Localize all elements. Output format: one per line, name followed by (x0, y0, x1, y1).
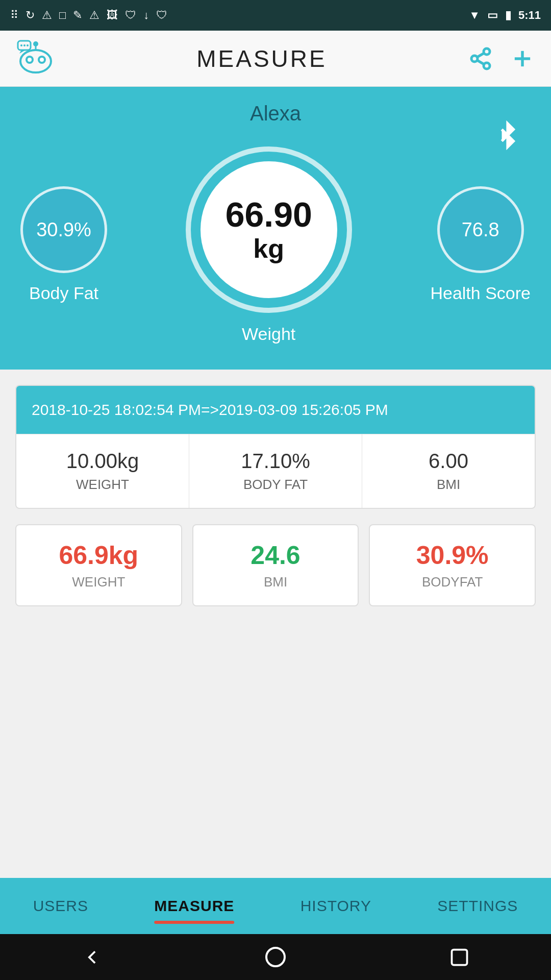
share-button[interactable] (467, 45, 494, 72)
stat-card-bodyfat: 30.9% BODYFAT (369, 524, 536, 606)
bodyfat-delta-value: 17.10% (241, 450, 310, 473)
stats-row: 66.9kg WEIGHT 24.6 BMI 30.9% BODYFAT (15, 524, 536, 606)
shield2-icon: 🛡 (156, 9, 167, 22)
svg-point-4 (40, 58, 44, 62)
svg-point-10 (23, 44, 26, 46)
nav-measure-label: MEASURE (154, 897, 234, 915)
app-bar-actions (467, 45, 536, 72)
stat-bodyfat-label: BODYFAT (422, 574, 483, 590)
nav-active-indicator (154, 921, 235, 924)
add-button[interactable] (509, 45, 536, 72)
svg-point-3 (28, 58, 32, 62)
svg-point-0 (20, 50, 51, 72)
svg-point-22 (266, 948, 285, 966)
back-button[interactable] (74, 939, 110, 975)
health-score-value: 76.8 (462, 219, 499, 241)
svg-point-11 (27, 44, 29, 46)
svg-rect-23 (452, 949, 467, 965)
body-fat-circle: 30.9% (20, 186, 107, 273)
app-logo (15, 38, 56, 79)
status-icons-left: ⠿ ↻ ⚠ □ ✎ ⚠ 🖼 🛡 ↓ 🛡 (10, 9, 167, 22)
nav-history[interactable]: HISTORY (290, 892, 382, 920)
metrics-row: 30.9% Body Fat 66.90 kg Weigh (20, 145, 531, 344)
hero-section: Alexa 30.9% Body Fat (0, 87, 551, 370)
svg-line-15 (477, 60, 484, 64)
warning2-icon: ⚠ (89, 9, 99, 22)
bmi-delta-value: 6.00 (429, 450, 468, 473)
wifi-icon: ▼ (469, 9, 480, 22)
body-fat-label: Body Fat (29, 283, 98, 303)
data-cell-bmi: 6.00 BMI (362, 434, 535, 508)
app-bar: MEASURE (0, 31, 551, 87)
health-score-label: Health Score (430, 283, 531, 303)
recents-button[interactable] (441, 939, 477, 975)
bluetooth-icon (495, 117, 520, 160)
weight-label: Weight (242, 324, 295, 344)
home-button[interactable] (258, 939, 293, 975)
body-fat-metric: 30.9% Body Fat (20, 186, 107, 303)
stat-weight-label: WEIGHT (72, 574, 125, 590)
weight-delta-value: 10.00kg (66, 450, 139, 473)
bottom-nav: USERS MEASURE HISTORY SETTINGS (0, 878, 551, 934)
stat-bmi-label: BMI (264, 574, 287, 590)
stat-bmi-value: 24.6 (251, 541, 300, 570)
svg-point-14 (484, 63, 490, 69)
time-display: 5:11 (518, 9, 541, 22)
notification-icon: ⠿ (10, 9, 18, 22)
image-icon: 🖼 (107, 9, 118, 22)
svg-point-9 (20, 44, 22, 46)
bmi-delta-label: BMI (437, 477, 460, 493)
data-card: 2018-10-25 18:02:54 PM=>2019-03-09 15:26… (15, 385, 536, 509)
weight-circle-container: 66.90 kg (185, 145, 353, 314)
date-range: 2018-10-25 18:02:54 PM=>2019-03-09 15:26… (32, 401, 388, 418)
nav-settings-label: SETTINGS (437, 897, 518, 915)
square-icon: □ (59, 9, 66, 22)
sim-icon: ▭ (487, 9, 498, 22)
nav-users-label: USERS (33, 897, 88, 915)
data-section: 2018-10-25 18:02:54 PM=>2019-03-09 15:26… (0, 370, 551, 637)
bodyfat-delta-label: BODY FAT (243, 477, 308, 493)
nav-settings[interactable]: SETTINGS (427, 892, 528, 920)
weight-circle-content: 66.90 kg (226, 195, 312, 264)
svg-point-6 (33, 41, 38, 46)
app-title: MEASURE (196, 45, 327, 72)
body-fat-value: 30.9% (36, 219, 91, 241)
data-card-header: 2018-10-25 18:02:54 PM=>2019-03-09 15:26… (16, 386, 535, 434)
weight-delta-label: WEIGHT (76, 477, 129, 493)
nav-history-label: HISTORY (300, 897, 371, 915)
battery-icon: ▮ (505, 9, 511, 22)
weight-value: 66.90 (226, 195, 312, 234)
stat-weight-value: 66.9kg (59, 541, 139, 570)
shield-icon: 🛡 (125, 9, 136, 22)
system-nav (0, 934, 551, 980)
weight-unit: kg (253, 233, 284, 264)
svg-line-16 (477, 53, 484, 57)
data-cell-bodyfat: 17.10% BODY FAT (189, 434, 362, 508)
warning-icon: ⚠ (42, 9, 52, 22)
sync-icon: ↻ (26, 9, 35, 22)
svg-point-13 (471, 56, 478, 62)
weight-metric: 66.90 kg Weight (185, 145, 353, 344)
stat-card-weight: 66.9kg WEIGHT (15, 524, 182, 606)
health-score-metric: 76.8 Health Score (430, 186, 531, 303)
nav-users[interactable]: USERS (23, 892, 98, 920)
user-name: Alexa (250, 102, 301, 125)
status-icons-right: ▼ ▭ ▮ 5:11 (469, 9, 541, 22)
data-cell-weight: 10.00kg WEIGHT (16, 434, 189, 508)
nav-measure[interactable]: MEASURE (144, 892, 244, 920)
health-score-circle: 76.8 (437, 186, 524, 273)
status-bar: ⠿ ↻ ⚠ □ ✎ ⚠ 🖼 🛡 ↓ 🛡 ▼ ▭ ▮ 5:11 (0, 0, 551, 31)
logo-container[interactable] (15, 38, 56, 79)
stat-bodyfat-value: 30.9% (416, 541, 489, 570)
data-card-body: 10.00kg WEIGHT 17.10% BODY FAT 6.00 BMI (16, 434, 535, 508)
download-icon: ↓ (143, 9, 149, 22)
svg-point-12 (484, 48, 490, 55)
stat-card-bmi: 24.6 BMI (192, 524, 359, 606)
pen-icon: ✎ (73, 9, 82, 22)
